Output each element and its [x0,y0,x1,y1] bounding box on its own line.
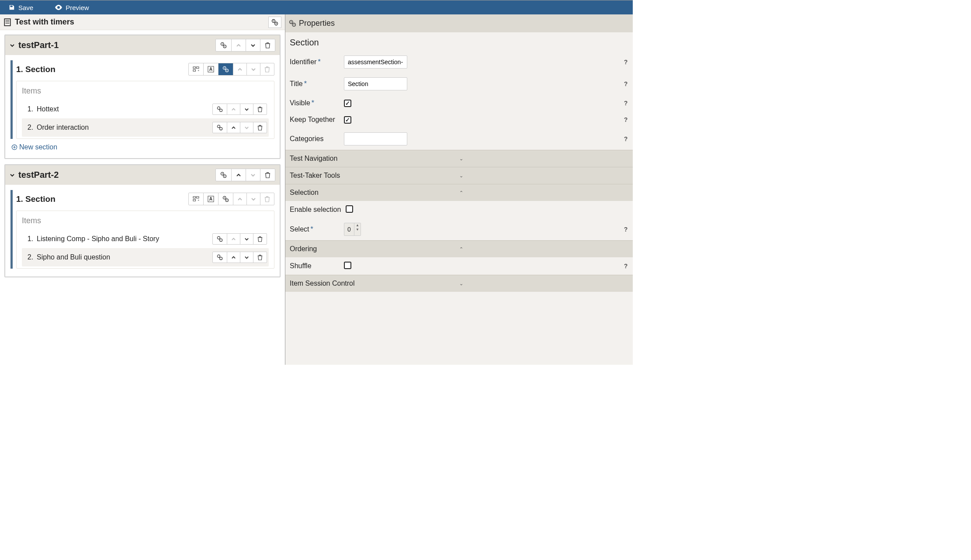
accordion-selection[interactable]: Selection ⌃ [285,184,633,201]
shuffle-checkbox[interactable] [344,262,351,269]
help-button[interactable]: ? [623,59,628,66]
section-add-block-button[interactable]: + [189,193,204,205]
item-number: 1. [24,105,33,113]
identifier-input[interactable] [344,55,407,69]
svg-point-6 [273,21,274,21]
chevron-up-icon: ⌃ [459,190,629,196]
section-move-up-button[interactable] [233,63,247,75]
svg-rect-13 [196,67,199,69]
section-add-block-button[interactable]: + [189,63,204,75]
help-button[interactable]: ? [623,135,628,142]
item-row[interactable]: 2. Sipho and Buli question [22,248,269,266]
item-delete-button[interactable] [253,234,267,244]
title-input[interactable] [344,77,407,90]
stepper-up[interactable]: ▲ [354,223,361,228]
help-button[interactable]: ? [623,263,628,270]
test-part-actions [215,39,275,52]
item-move-down-button[interactable] [240,252,253,263]
svg-rect-12 [193,67,196,69]
section-title: 1. Section [16,65,188,74]
section-settings-button[interactable] [218,193,233,205]
chevron-up-icon [237,67,243,72]
item-settings-button[interactable] [213,122,227,133]
part-settings-button[interactable] [216,39,232,51]
part-move-up-button[interactable] [232,39,246,51]
section-rubric-button[interactable]: A [204,193,218,205]
item-delete-button[interactable] [253,122,267,133]
item-move-up-button[interactable] [227,234,240,244]
accordion-item-session-control[interactable]: Item Session Control ⌄ [285,275,633,292]
stepper-down[interactable]: ▼ [354,228,361,232]
help-button[interactable]: ? [623,100,628,107]
trash-icon [264,196,270,202]
item-settings-button[interactable] [213,104,227,114]
collapse-toggle[interactable] [10,173,15,178]
trash-icon [265,172,270,178]
categories-input[interactable] [344,132,407,145]
test-part-header: testPart-1 [5,35,280,55]
item-move-up-button[interactable] [227,252,240,263]
text-a-icon: A [208,196,214,202]
item-row[interactable]: 1. Listening Comp - Sipho and Buli - Sto… [22,230,269,248]
preview-button[interactable]: Preview [51,1,93,14]
svg-point-23 [220,109,222,112]
part-move-up-button[interactable] [232,169,246,181]
blocks-icon: + [193,196,199,202]
item-settings-button[interactable] [213,252,227,263]
part-move-down-button[interactable] [246,169,260,181]
section-move-down-button[interactable] [247,193,260,205]
visible-checkbox[interactable] [344,100,351,107]
item-move-down-button[interactable] [240,122,253,133]
item-delete-button[interactable] [253,104,267,114]
accordion-test-navigation[interactable]: Test Navigation ⌄ [285,150,633,167]
part-settings-button[interactable] [216,169,232,181]
chevron-down-icon: ⌄ [459,281,629,287]
svg-point-10 [222,44,223,45]
part-delete-button[interactable] [260,169,275,181]
help-button[interactable]: ? [623,226,628,233]
trash-icon [257,254,263,260]
item-row[interactable]: 1. Hottext [22,100,269,118]
item-move-down-button[interactable] [240,234,253,244]
item-delete-button[interactable] [253,252,267,263]
svg-point-32 [224,176,225,176]
svg-point-21 [226,70,227,71]
part-move-down-button[interactable] [246,39,260,51]
chevron-up-icon: ⌃ [459,246,629,252]
section-delete-button[interactable] [260,193,274,205]
help-button[interactable]: ? [623,116,628,123]
enable-selection-checkbox[interactable] [346,205,353,213]
collapse-toggle[interactable] [10,43,15,48]
eye-icon [55,4,62,10]
select-stepper[interactable]: 0 ▲▼ [344,223,361,236]
test-settings-button[interactable] [268,17,281,28]
section-rubric-button[interactable]: A [204,63,218,75]
help-button[interactable]: ? [623,80,628,87]
item-move-up-button[interactable] [227,104,240,114]
item-row[interactable]: 2. Order interaction [22,118,269,137]
save-button[interactable]: Save [4,1,38,14]
part-delete-button[interactable] [260,39,275,51]
section-delete-button[interactable] [260,63,274,75]
title-row: Title* ? [285,73,633,95]
new-section-label: New section [19,143,57,151]
keeptogether-row: Keep Together ? [285,111,633,128]
item-settings-button[interactable] [213,234,227,244]
gears-icon [222,66,229,73]
svg-point-22 [217,107,220,109]
select-value: 0 [344,223,354,235]
section-move-down-button[interactable] [247,63,260,75]
item-move-down-button[interactable] [240,104,253,114]
chevron-down-icon: ⌄ [459,173,629,179]
accordion-label: Selection [290,189,459,197]
save-icon [9,4,15,10]
section-settings-button[interactable] [218,63,233,75]
test-icon [3,18,11,26]
chevron-up-icon [237,197,243,202]
keeptogether-checkbox[interactable] [344,116,351,124]
accordion-test-taker-tools[interactable]: Test-Taker Tools ⌄ [285,167,633,184]
section-move-up-button[interactable] [233,193,247,205]
new-section-button[interactable]: New section [10,142,274,153]
item-move-up-button[interactable] [227,122,240,133]
accordion-ordering[interactable]: Ordering ⌃ [285,240,633,257]
